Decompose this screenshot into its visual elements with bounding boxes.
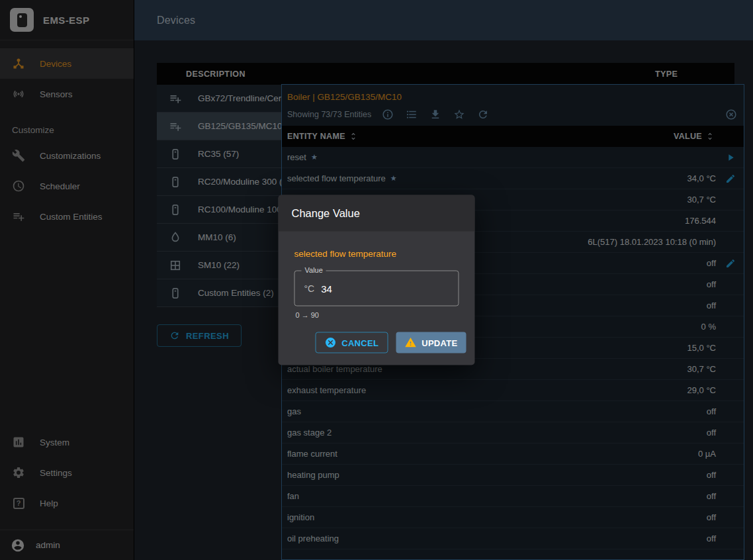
change-value-dialog: Change Value selected flow temperature V…	[279, 195, 475, 365]
unit-adornment: °C	[304, 283, 315, 294]
value-field[interactable]: Value °C	[294, 271, 459, 306]
warning-icon	[404, 337, 416, 349]
dialog-entity-label: selected flow temperature	[294, 249, 459, 259]
range-helper-text: 0 → 90	[296, 311, 458, 319]
update-button[interactable]: UPDATE	[396, 332, 466, 353]
value-input[interactable]	[321, 283, 449, 294]
cancel-circle-icon	[324, 337, 336, 349]
update-button-label: UPDATE	[421, 338, 457, 348]
dialog-title: Change Value	[279, 195, 475, 232]
value-field-label: Value	[302, 266, 326, 274]
cancel-button[interactable]: CANCEL	[315, 332, 388, 353]
cancel-button-label: CANCEL	[341, 338, 378, 348]
